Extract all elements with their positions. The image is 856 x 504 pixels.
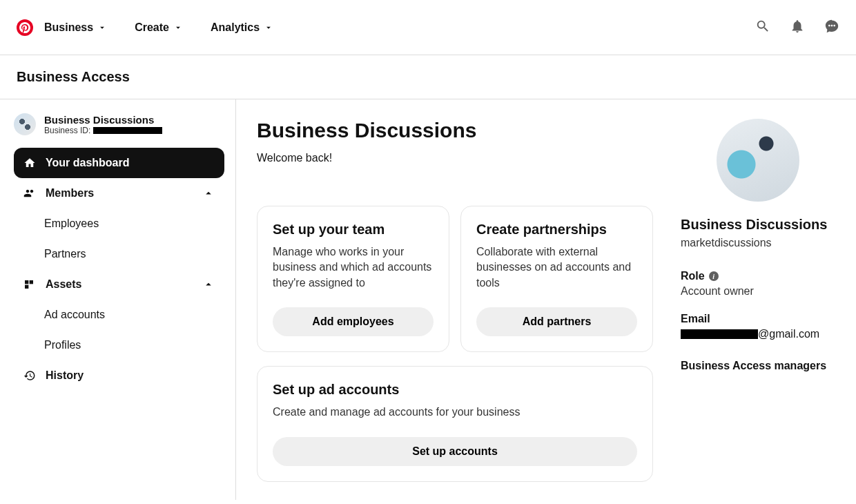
chevron-up-icon	[202, 278, 215, 291]
sidebar-item-members[interactable]: Members	[14, 178, 224, 209]
email-prefix-redacted	[681, 329, 758, 339]
sidebar-item-employees[interactable]: Employees	[14, 209, 224, 239]
card-accounts-desc: Create and manage ad accounts for your b…	[273, 405, 637, 420]
add-employees-button[interactable]: Add employees	[273, 307, 434, 336]
bell-icon[interactable]	[790, 19, 805, 37]
main-content: Business Discussions Welcome back! Set u…	[257, 119, 653, 500]
nav-business-label: Business	[44, 21, 93, 34]
sidebar-item-assets[interactable]: Assets	[14, 269, 224, 300]
business-header: Business Discussions Business ID:	[14, 113, 224, 135]
sidebar: Business Discussions Business ID: Your d…	[0, 99, 236, 500]
card-team-desc: Manage who works in your business and wh…	[273, 244, 434, 291]
svg-rect-0	[25, 280, 28, 284]
card-team-title: Set up your team	[273, 222, 434, 238]
sidebar-history-label: History	[46, 369, 84, 382]
business-name: Business Discussions	[44, 114, 162, 126]
profile-avatar	[717, 119, 799, 202]
email-suffix: @gmail.com	[758, 328, 819, 340]
sidebar-item-ad-accounts[interactable]: Ad accounts	[14, 300, 224, 330]
subheader-title: Business Access	[17, 69, 839, 85]
business-avatar	[14, 113, 36, 135]
sidebar-profiles-label: Profiles	[44, 339, 81, 351]
nav-business[interactable]: Business	[44, 21, 107, 34]
assets-icon	[23, 279, 36, 290]
sidebar-partners-label: Partners	[44, 248, 86, 260]
profile-panel: Business Discussions marketdiscussions R…	[681, 119, 835, 500]
card-accounts-title: Set up ad accounts	[273, 382, 637, 398]
card-partners-title: Create partnerships	[476, 222, 637, 238]
info-icon[interactable]: i	[709, 271, 719, 281]
card-setup-team: Set up your team Manage who works in you…	[257, 206, 449, 352]
add-partners-button[interactable]: Add partners	[476, 307, 637, 336]
nav-analytics[interactable]: Analytics	[211, 21, 273, 34]
svg-rect-1	[30, 280, 33, 284]
svg-rect-2	[25, 285, 28, 289]
home-icon	[23, 157, 36, 169]
pinterest-logo-icon[interactable]	[17, 19, 33, 36]
nav-analytics-label: Analytics	[211, 21, 260, 34]
sidebar-dashboard-label: Your dashboard	[46, 157, 130, 169]
chevron-down-icon	[173, 23, 183, 32]
business-id: Business ID:	[44, 126, 162, 135]
role-label: Role	[681, 270, 705, 282]
search-icon[interactable]	[755, 19, 770, 37]
people-icon	[23, 187, 36, 200]
messages-icon[interactable]	[824, 19, 839, 37]
card-create-partnerships: Create partnerships Collaborate with ext…	[460, 206, 653, 352]
profile-name: Business Discussions	[681, 217, 835, 233]
chevron-down-icon	[97, 23, 107, 32]
email-value: @gmail.com	[681, 328, 835, 340]
nav-create[interactable]: Create	[135, 21, 183, 34]
sidebar-item-profiles[interactable]: Profiles	[14, 330, 224, 360]
profile-username: marketdiscussions	[681, 237, 835, 249]
setup-accounts-button[interactable]: Set up accounts	[273, 437, 637, 466]
page-title: Business Discussions	[257, 119, 653, 142]
history-icon	[23, 369, 36, 382]
sidebar-members-label: Members	[46, 187, 94, 200]
welcome-text: Welcome back!	[257, 152, 653, 164]
sidebar-item-partners[interactable]: Partners	[14, 239, 224, 269]
role-value: Account owner	[681, 285, 835, 298]
chevron-up-icon	[202, 187, 215, 200]
business-id-value-redacted	[93, 127, 162, 134]
sidebar-item-history[interactable]: History	[14, 360, 224, 391]
sidebar-employees-label: Employees	[44, 217, 99, 230]
role-label-row: Role i	[681, 270, 835, 282]
card-setup-ad-accounts: Set up ad accounts Create and manage ad …	[257, 366, 653, 481]
subheader: Business Access	[0, 55, 856, 99]
top-nav: Business Create Analytics	[0, 0, 856, 55]
sidebar-ad-accounts-label: Ad accounts	[44, 309, 105, 321]
business-access-managers[interactable]: Business Access managers	[681, 360, 835, 372]
chevron-down-icon	[264, 23, 273, 32]
sidebar-item-dashboard[interactable]: Your dashboard	[14, 148, 224, 178]
sidebar-assets-label: Assets	[46, 278, 81, 291]
email-label: Email	[681, 313, 835, 325]
card-partners-desc: Collaborate with external businesses on …	[476, 244, 637, 291]
nav-create-label: Create	[135, 21, 169, 34]
business-id-label: Business ID:	[44, 126, 90, 135]
